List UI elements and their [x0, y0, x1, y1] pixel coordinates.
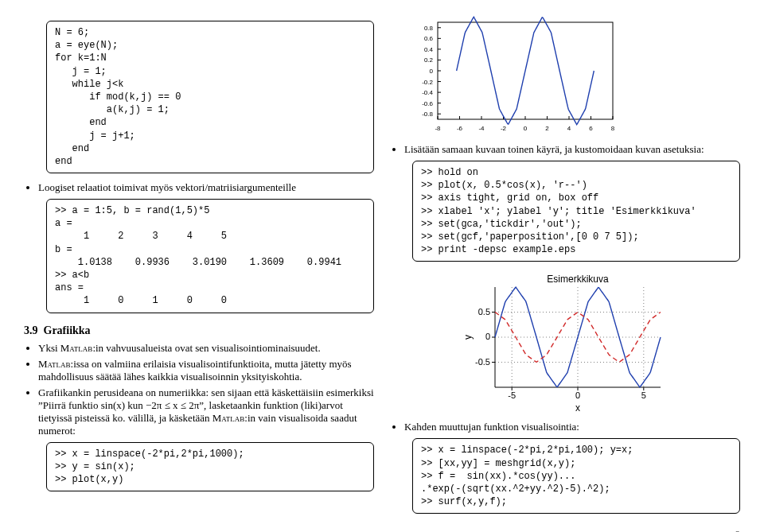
page-number: 9 — [24, 528, 740, 532]
bullet-logical-relations: Loogiset relaatiot toimivat myös vektori… — [38, 181, 374, 194]
section-number: 3.9 — [24, 324, 38, 336]
sin-plot-svg: -8-6-4-202468-0.8-0.6-0.4-0.200.20.40.60… — [412, 16, 619, 135]
svg-text:-4: -4 — [478, 125, 485, 132]
bullet-2var: Kahden muuttujan funktion visualisointia… — [404, 421, 740, 433]
svg-text:8: 8 — [611, 125, 615, 132]
svg-text:0: 0 — [524, 125, 528, 132]
bullet-add-curve: Lisätään samaan kuvaan toinen käyrä, ja … — [404, 143, 740, 156]
bullet-grafiikka-3: Grafiikankin perusideana on numeriikka: … — [38, 386, 374, 437]
right-column: -8-6-4-202468-0.8-0.6-0.4-0.200.20.40.60… — [390, 16, 740, 522]
matlab-word: Matlab — [38, 358, 71, 370]
svg-text:-0.8: -0.8 — [422, 111, 433, 118]
svg-text:4: 4 — [567, 125, 571, 132]
svg-text:0: 0 — [575, 390, 580, 400]
svg-text:0: 0 — [430, 68, 434, 75]
chart-esimerkkikuva: -505-0.500.5Esimerkkikuvaxy — [390, 270, 740, 416]
svg-text:0: 0 — [485, 332, 490, 341]
code-block-2: >> a = 1:5, b = rand(1,5)*5 a = 1 2 3 4 … — [46, 199, 374, 313]
svg-text:-6: -6 — [457, 125, 463, 132]
svg-text:0.2: 0.2 — [424, 56, 434, 64]
svg-text:0.8: 0.8 — [424, 25, 434, 32]
left-column: N = 6; a = eye(N); for k=1:N j = 1; whil… — [24, 16, 374, 522]
code-block-4: >> hold on >> plot(x, 0.5*cos(x), 'r--')… — [412, 161, 740, 262]
svg-text:0.6: 0.6 — [424, 35, 434, 42]
svg-text:x: x — [575, 402, 580, 413]
svg-text:-0.5: -0.5 — [475, 357, 490, 367]
svg-text:6: 6 — [589, 125, 593, 132]
code-block-3: >> x = linspace(-2*pi,2*pi,1000); >> y =… — [46, 442, 374, 492]
matlab-word: Matlab — [60, 342, 93, 354]
esimerkkikuva-svg: -505-0.500.5Esimerkkikuvaxy — [462, 270, 668, 413]
svg-text:5: 5 — [641, 390, 646, 400]
bullet-grafiikka-2: Matlab:issa on valmiina erilaisia visual… — [38, 358, 374, 383]
svg-text:y: y — [462, 335, 474, 340]
svg-text:0.5: 0.5 — [478, 307, 490, 316]
bullet-grafiikka-1: Yksi Matlab:in vahvuusalueista ovat sen … — [38, 342, 374, 355]
code-block-1: N = 6; a = eye(N); for k=1:N j = 1; whil… — [46, 21, 374, 173]
svg-text:-0.4: -0.4 — [422, 89, 433, 96]
svg-text:Esimerkkikuva: Esimerkkikuva — [547, 274, 609, 285]
svg-text:-2: -2 — [501, 125, 507, 132]
svg-text:2: 2 — [545, 125, 549, 132]
section-title: Grafiikka — [44, 324, 91, 336]
section-heading: 3.9 Grafiikka — [24, 324, 374, 337]
matlab-word: Matlab — [212, 412, 245, 424]
svg-text:-0.2: -0.2 — [422, 79, 433, 86]
svg-text:0.4: 0.4 — [424, 46, 434, 53]
code-block-5: >> x = linspace(-2*pi,2*pi,100); y=x; >>… — [412, 438, 740, 514]
svg-text:-0.6: -0.6 — [422, 100, 433, 107]
chart-sin-small: -8-6-4-202468-0.8-0.6-0.4-0.200.20.40.60… — [412, 16, 740, 138]
svg-text:-5: -5 — [508, 390, 516, 400]
svg-text:-8: -8 — [435, 125, 441, 132]
